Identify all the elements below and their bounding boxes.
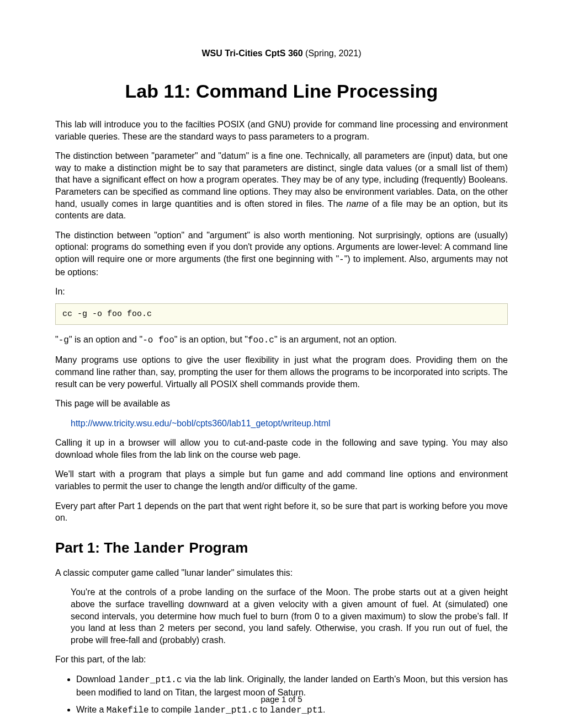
body-paragraph: For this part, of the lab: [55,654,508,666]
body-paragraph: Calling it up in a browser will allow yo… [55,437,508,461]
section-heading: Part 1: The lander Program [55,539,508,557]
body-paragraph: The distinction between "parameter" and … [55,150,508,222]
course-header: WSU Tri-Cities CptS 360 (Spring, 2021) [55,49,508,58]
body-paragraph: "-g" is an option and "-o foo" is an opt… [55,334,508,347]
text: Program [185,539,248,556]
page: WSU Tri-Cities CptS 360 (Spring, 2021) L… [0,0,563,728]
body-paragraph: A classic computer game called "lunar la… [55,567,508,579]
text: Part 1: The [55,539,134,556]
text: . [323,705,325,714]
writeup-link[interactable]: http://www.tricity.wsu.edu/~bobl/cpts360… [71,419,331,428]
inline-code: -o foo [142,335,174,345]
inline-code: foo.c [248,335,274,345]
text: " is an argument, not an option. [274,335,397,344]
text: " is an option, but " [174,335,248,344]
body-paragraph: Every part after Part 1 depends on the p… [55,500,508,524]
emphasis: name [347,199,369,208]
code-block: cc -g -o foo foo.c [55,303,508,325]
label-in: In: [55,286,508,298]
blockquote: You're at the controls of a probe landin… [71,586,508,646]
text: " is an option and " [69,335,142,344]
text: Download [76,675,118,684]
body-paragraph: This page will be available as [55,398,508,410]
intro-paragraph: This lab will introduce you to the facil… [55,119,508,142]
course-term: (Spring, 2021) [303,49,362,58]
body-paragraph: We'll start with a program that plays a … [55,468,508,492]
body-paragraph: Many programs use options to give the us… [55,354,508,390]
text: Write a [76,705,107,714]
inline-code: -g [59,335,69,345]
inline-code: Makefile [107,705,149,715]
inline-code: lander_pt1 [270,705,323,715]
link-paragraph: http://www.tricity.wsu.edu/~bobl/cpts360… [71,417,508,430]
list-item: Write a Makefile to compile lander_pt1.c… [76,704,508,717]
page-title: Lab 11: Command Line Processing [55,81,508,102]
text: to [258,705,270,714]
body-paragraph: The distinction between "option" and "ar… [55,229,508,278]
inline-code: - [339,255,344,265]
inline-code: lander [134,540,185,557]
course-code: WSU Tri-Cities CptS 360 [202,49,303,58]
inline-code: lander_pt1.c [118,675,182,685]
text: to compile [149,705,194,714]
page-number: page 1 of 5 [0,694,563,704]
inline-code: lander_pt1.c [194,705,257,715]
